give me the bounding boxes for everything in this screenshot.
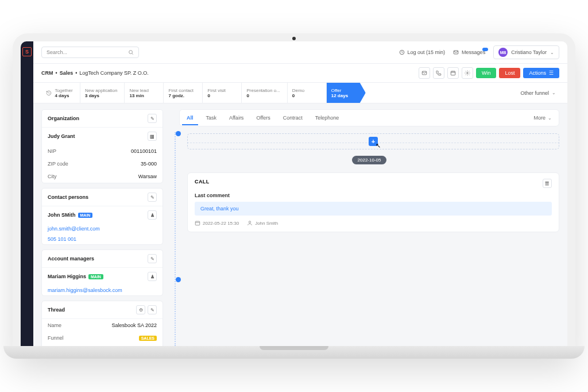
- app-logo-icon: S: [22, 47, 32, 56]
- person-icon: [247, 220, 253, 226]
- edit-button[interactable]: ✎: [148, 305, 157, 314]
- sales-tag: SALES: [139, 336, 157, 341]
- contact-email[interactable]: john.smith@client.com: [42, 224, 163, 234]
- timeline-line: [175, 132, 176, 346]
- timeline-dot: [176, 131, 181, 136]
- timeline-dot: [176, 277, 181, 282]
- left-rail: S: [21, 41, 33, 346]
- cursor-icon: ↖: [376, 142, 381, 149]
- search-input[interactable]: Search...: [41, 47, 139, 58]
- tab-task[interactable]: Task: [206, 110, 217, 125]
- tab-all[interactable]: All: [187, 110, 194, 125]
- email-action-button[interactable]: [419, 67, 430, 79]
- gear-icon: [465, 70, 470, 76]
- activity-card: CALL ☰ Last comment Great, thank you 202…: [187, 172, 559, 232]
- breadcrumb: CRM•Sales•LogTech Company SP. Z O.O.: [41, 70, 149, 76]
- activity-type: CALL: [195, 179, 210, 188]
- pipeline-together: Together4 days: [41, 83, 80, 103]
- calendar-action-button[interactable]: [447, 67, 459, 79]
- date-pill: 2022-10-05: [352, 156, 387, 164]
- tabs-more[interactable]: More⌄: [533, 115, 552, 121]
- managers-card: Account managers✎ Mariam HigginsMAIN♟ ma…: [41, 249, 163, 296]
- actions-button[interactable]: Actions☰: [523, 68, 559, 78]
- building-icon: ▥: [148, 132, 157, 141]
- person-icon: ♟: [148, 210, 157, 220]
- person-icon: ♟: [148, 272, 157, 281]
- manager-email[interactable]: mariam.higgins@salesbock.com: [42, 285, 163, 295]
- win-button[interactable]: Win: [476, 68, 497, 78]
- stage-first-contact[interactable]: First contact7 godz.: [164, 83, 203, 103]
- add-activity-button[interactable]: + ↖: [187, 133, 559, 149]
- contacts-card: Contact persons✎ John SMithMAIN♟ john.sm…: [41, 188, 163, 245]
- stage-presentation[interactable]: Presentation o...0: [242, 83, 287, 103]
- tab-contract[interactable]: Contract: [283, 110, 303, 125]
- comment-text: Great, thank you: [195, 202, 552, 216]
- logout-timer[interactable]: Log out (15 min): [399, 49, 446, 55]
- menu-icon: ☰: [549, 70, 554, 76]
- card-title: Contact persons: [48, 194, 88, 200]
- main-tag: MAIN: [78, 213, 93, 218]
- activity-author: John Smith: [247, 220, 278, 226]
- activity-timestamp: 2022-05-22 15:30: [195, 220, 239, 226]
- tab-offers[interactable]: Offers: [256, 110, 270, 125]
- tab-telephone[interactable]: Telephone: [315, 110, 339, 125]
- stage-offer[interactable]: Offer12 days: [327, 83, 366, 103]
- edit-button[interactable]: ✎: [148, 193, 157, 202]
- settings-action-button[interactable]: [462, 67, 473, 79]
- stage-new-lead[interactable]: New lead13 min: [125, 83, 164, 103]
- edit-button[interactable]: ✎: [148, 114, 157, 123]
- funnel-selector[interactable]: Other funnel⌄: [517, 83, 559, 103]
- activity-tabs: All Task Affairs Offers Contract Telepho…: [179, 109, 559, 126]
- mail-icon: [453, 49, 459, 55]
- svg-rect-6: [195, 221, 200, 225]
- settings-button[interactable]: ⚙: [136, 305, 145, 314]
- clock-icon: [399, 49, 405, 55]
- svg-point-0: [129, 51, 133, 54]
- phone-icon: [436, 70, 442, 76]
- details-panel: Organization✎ Judy Grant▥ NIP001100101 Z…: [33, 103, 171, 346]
- edit-button[interactable]: ✎: [148, 254, 157, 263]
- mail-icon: [421, 70, 427, 76]
- search-icon: [128, 49, 134, 55]
- activity-panel: All Task Affairs Offers Contract Telepho…: [171, 103, 567, 346]
- calendar-icon: [450, 70, 456, 76]
- chevron-down-icon: ⌄: [552, 90, 556, 95]
- messages-button[interactable]: Messages: [453, 49, 485, 55]
- organization-card: Organization✎ Judy Grant▥ NIP001100101 Z…: [41, 109, 163, 183]
- lost-button[interactable]: Lost: [499, 68, 520, 78]
- stage-demo[interactable]: Demo0: [288, 83, 327, 103]
- svg-rect-4: [451, 71, 455, 75]
- chevron-down-icon: ⌄: [550, 50, 554, 55]
- main-tag: MAIN: [88, 274, 103, 279]
- stage-new-application[interactable]: New application3 days: [80, 83, 125, 103]
- history-icon: [46, 90, 52, 96]
- svg-point-7: [249, 221, 251, 223]
- activity-menu-button[interactable]: ☰: [543, 179, 552, 188]
- avatar: MB: [498, 48, 508, 57]
- last-comment-label: Last comment: [195, 193, 552, 198]
- svg-point-5: [467, 72, 469, 74]
- calendar-icon: [195, 220, 200, 226]
- action-bar: CRM•Sales•LogTech Company SP. Z O.O. Win…: [33, 64, 567, 83]
- stage-first-visit[interactable]: First visit0: [203, 83, 242, 103]
- pipeline: Together4 days New application3 days New…: [33, 83, 567, 103]
- thread-card: Thread⚙✎ NameSalesbook SA 2022 FunnelSAL…: [41, 301, 163, 346]
- top-bar: Search... Log out (15 min) Messages MB C…: [33, 41, 567, 64]
- call-action-button[interactable]: [433, 67, 444, 79]
- card-title: Account managers: [48, 256, 94, 262]
- user-menu[interactable]: MB Cristiano Taylor ⌄: [493, 45, 559, 59]
- contact-phone[interactable]: 505 101 001: [42, 234, 163, 244]
- card-title: Thread: [48, 307, 65, 313]
- tab-affairs[interactable]: Affairs: [229, 110, 243, 125]
- card-title: Organization: [48, 116, 79, 121]
